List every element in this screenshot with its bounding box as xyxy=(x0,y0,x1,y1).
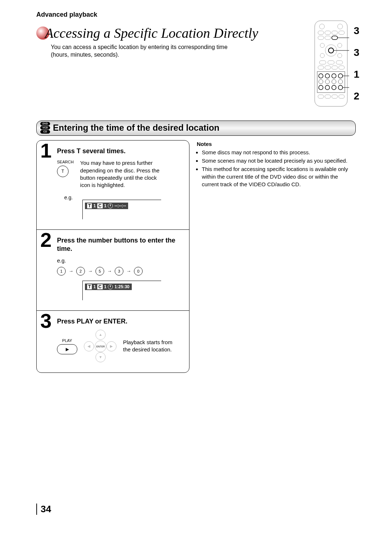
osd-display-1: T 1 C 1 --:--:-- xyxy=(85,203,128,209)
step-2: 2 Press the number buttons to enter the … xyxy=(37,229,189,310)
page-title: Accessing a Specific Location Directly xyxy=(45,26,258,41)
page: Advanced playback Accessing a Specific L… xyxy=(18,0,374,529)
osd-c-val: 1 xyxy=(104,203,107,208)
clock-icon xyxy=(108,203,113,208)
step-2-title: Press the number buttons to enter the ti… xyxy=(57,236,183,253)
note-item: Some discs may not respond to this proce… xyxy=(202,148,356,156)
remote-icon xyxy=(313,20,349,107)
num-btn-0: 0 xyxy=(134,267,143,276)
osd-t-val: 1 xyxy=(93,284,96,289)
number-sequence: 1 → 2 → 5 → 3 → 0 xyxy=(57,267,183,276)
num-btn-3: 3 xyxy=(115,267,123,276)
section-bar: DVD VCD CD Entering the time of the desi… xyxy=(36,121,356,136)
osd-display-2: T 1 C 1 1:25:30 xyxy=(85,284,132,290)
badge-dvd: DVD xyxy=(40,122,50,126)
step-3-title: Press PLAY or ENTER. xyxy=(57,317,183,326)
intro-text: You can access a specific location by en… xyxy=(51,43,247,59)
clock-icon xyxy=(108,284,113,289)
section-header: Advanced playback xyxy=(36,11,356,19)
step-3: 3 Press PLAY or ENTER. PLAY ▶ ▲ ▼ ◀ ▶ EN… xyxy=(37,310,189,373)
osd-t: T xyxy=(87,284,92,289)
step-2-osd-wrap: T 1 C 1 1:25:30 xyxy=(82,281,161,300)
play-label: PLAY xyxy=(57,338,77,343)
callout-3b: 3 xyxy=(354,45,359,60)
osd-c-val: 1 xyxy=(104,284,107,289)
badge-vcd: VCD xyxy=(40,126,50,130)
step-2-eg: e.g. xyxy=(57,257,183,264)
note-item: Some scenes may not be located precisely… xyxy=(202,157,356,164)
arrow-icon: → xyxy=(88,268,93,274)
disc-badges: DVD VCD CD xyxy=(40,122,50,134)
notes-title: Notes xyxy=(197,140,356,148)
step-3-number: 3 xyxy=(40,311,52,331)
num-btn-1: 1 xyxy=(57,267,66,276)
osd-c: C xyxy=(97,203,103,208)
arrow-icon: → xyxy=(126,268,131,274)
left-arrow-icon: ◀ xyxy=(84,341,94,351)
play-button-icon: ▶ xyxy=(57,344,77,354)
callout-2: 2 xyxy=(354,89,359,103)
num-btn-2: 2 xyxy=(76,267,85,276)
notes-column: Notes Some discs may not respond to this… xyxy=(197,140,356,189)
remote-callouts: 3 3 1 2 xyxy=(349,20,359,107)
num-btn-5: 5 xyxy=(95,267,104,276)
step-1-number: 1 xyxy=(40,140,52,161)
right-arrow-icon: ▶ xyxy=(106,341,117,351)
osd-time-1: --:--:-- xyxy=(114,203,126,208)
steps-box: 1 Press T several times. SEARCH T You ma… xyxy=(36,140,189,373)
callout-1: 1 xyxy=(354,67,359,81)
step-1-title: Press T several times. xyxy=(57,147,183,155)
step-2-number: 2 xyxy=(40,230,52,250)
enter-pad-icon: ▲ ▼ ◀ ▶ ENTER xyxy=(84,330,117,362)
step-1-body: You may have to press further depending … xyxy=(80,159,167,189)
osd-c: C xyxy=(97,284,103,289)
osd-t-val: 1 xyxy=(93,203,96,208)
step-3-body: Playback starts from the desired locatio… xyxy=(123,339,177,354)
down-arrow-icon: ▼ xyxy=(95,352,106,362)
page-number: 34 xyxy=(36,504,356,515)
enter-button-icon: ENTER xyxy=(95,341,106,352)
note-item: This method for accessing specific locat… xyxy=(202,165,356,188)
t-button-icon: T xyxy=(57,166,69,177)
search-button-illustration: SEARCH T xyxy=(57,159,74,177)
arrow-icon: → xyxy=(107,268,112,274)
up-arrow-icon: ▲ xyxy=(95,330,106,340)
callout-3a: 3 xyxy=(354,24,359,38)
title-row: Accessing a Specific Location Directly xyxy=(36,26,356,41)
step-1-osd-wrap: T 1 C 1 --:--:-- xyxy=(82,200,161,219)
badge-cd: CD xyxy=(40,130,50,134)
notes-list: Some discs may not respond to this proce… xyxy=(197,148,356,188)
play-button-illustration: PLAY ▶ xyxy=(57,338,77,354)
arrow-icon: → xyxy=(69,268,73,274)
osd-time-2: 1:25:30 xyxy=(114,284,129,289)
step-1: 1 Press T several times. SEARCH T You ma… xyxy=(37,140,189,230)
osd-t: T xyxy=(87,203,92,208)
search-label: SEARCH xyxy=(57,159,74,165)
section-bar-title: Entering the time of the desired locatio… xyxy=(53,123,220,133)
remote-illustration: 3 3 1 2 xyxy=(313,20,359,107)
